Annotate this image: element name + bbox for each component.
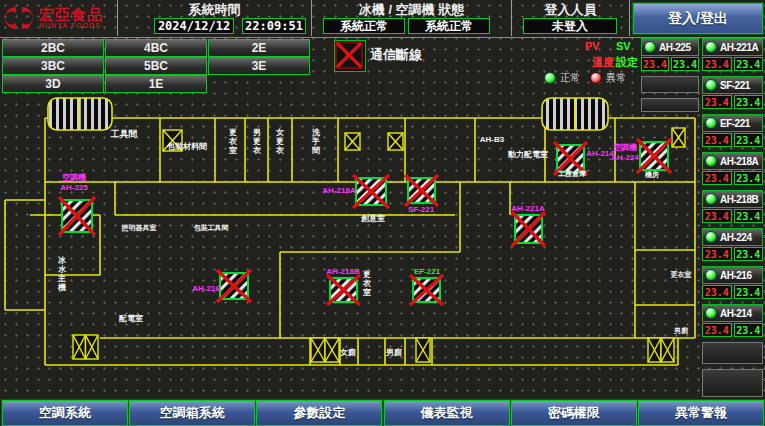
- plan-label: SF-221: [408, 205, 435, 214]
- logo-icon: [2, 3, 36, 33]
- nav-button-3[interactable]: 參數設定: [256, 400, 382, 426]
- status-led-icon: [705, 41, 717, 53]
- pv-value: 23.4: [702, 171, 732, 185]
- plan-label: 更衣室: [362, 270, 372, 297]
- plan-label: 空調機: [62, 172, 86, 182]
- floor-button-1e[interactable]: 1E: [105, 75, 207, 93]
- equipment-unit-AH-224: AH-22423.423.4: [702, 228, 763, 261]
- equipment-unit-AH-218B: AH-218B23.423.4: [702, 190, 763, 223]
- plan-label: 工具間: [111, 129, 138, 139]
- pv-value: 23.4: [702, 209, 732, 223]
- equipment-column-b: AH-221A23.423.4SF-22123.423.4EF-22123.42…: [702, 38, 763, 402]
- equipment-values: 23.423.4: [702, 209, 763, 223]
- nav-button-4[interactable]: 儀表監視: [384, 400, 510, 426]
- plan-label: EF-221: [414, 267, 441, 276]
- plan-label: AH-216: [192, 284, 220, 293]
- status-led-icon: [705, 307, 717, 319]
- ahu-unit-AH-225[interactable]: [59, 197, 95, 235]
- plan-label: AH-B3: [480, 135, 505, 144]
- equipment-button-AH-216[interactable]: AH-216: [702, 266, 763, 284]
- floor-button-2e[interactable]: 2E: [208, 39, 310, 57]
- system-time-section: 系統時間 2024/12/12 22:09:51: [117, 0, 312, 36]
- equipment-name: AH-225: [659, 42, 690, 53]
- equipment-name: AH-214: [720, 308, 751, 319]
- equipment-button-AH-224[interactable]: AH-224: [702, 228, 763, 246]
- login-title: 登入人員: [512, 1, 629, 19]
- sv-value: 23.4: [671, 57, 699, 71]
- floor-button-3d[interactable]: 3D: [2, 75, 104, 93]
- sv-value: 23.4: [734, 323, 764, 337]
- plan-label: 更衣室: [670, 270, 692, 279]
- plan-label: 男更衣: [252, 128, 262, 155]
- plan-label: 男廁: [385, 347, 402, 357]
- comm-lost-label: 通信斷線: [370, 46, 422, 64]
- ahu-status-display: 系統正常: [408, 18, 490, 34]
- floor-button-4bc[interactable]: 4BC: [105, 39, 207, 57]
- plan-label: 洗手間: [311, 128, 321, 155]
- equipment-button-SF-221[interactable]: SF-221: [702, 76, 763, 94]
- sv-value: 23.4: [734, 95, 764, 109]
- plan-label: 機房: [644, 170, 659, 179]
- company-logo: 宏亞食品 HUNYA FOODS: [2, 2, 114, 34]
- pv-value: 23.4: [702, 95, 732, 109]
- equipment-unit-SF-221: SF-22123.423.4: [702, 76, 763, 109]
- equipment-unit-EF-221: EF-22123.423.4: [702, 114, 763, 147]
- ahu-unit-AH-218A[interactable]: [353, 175, 389, 208]
- plan-label: 女更衣: [275, 128, 285, 155]
- empty-slot: [702, 342, 763, 364]
- empty-slot: [641, 76, 699, 93]
- login-logout-button[interactable]: 登入/登出: [633, 3, 763, 34]
- status-led-icon: [644, 41, 656, 53]
- equipment-button-AH-221A[interactable]: AH-221A: [702, 38, 763, 56]
- equipment-unit-AH-225: AH-22523.423.4: [641, 38, 699, 71]
- normal-led-icon: [544, 72, 556, 84]
- equipment-values: 23.423.4: [702, 95, 763, 109]
- pv-value: 23.4: [641, 57, 669, 71]
- floor-button-2bc[interactable]: 2BC: [2, 39, 104, 57]
- pv-row-label: 溫度: [592, 55, 614, 70]
- floor-button-3bc[interactable]: 3BC: [2, 57, 104, 75]
- floor-button-3e[interactable]: 3E: [208, 57, 310, 75]
- plan-label: 包裝材料間: [166, 142, 207, 151]
- equipment-button-AH-214[interactable]: AH-214: [702, 304, 763, 322]
- pv-value: 23.4: [702, 285, 732, 299]
- plan-label: AH-218B: [326, 267, 360, 276]
- ahu-unit-AH-224[interactable]: [637, 139, 671, 173]
- status-led-icon: [705, 79, 717, 91]
- plan-label: AH-224: [611, 153, 639, 162]
- ahu-unit-EF-221[interactable]: [410, 275, 443, 305]
- equipment-button-AH-225[interactable]: AH-225: [641, 38, 699, 56]
- login-status-display: 未登入: [523, 18, 617, 34]
- plan-label: 空調機: [613, 142, 637, 152]
- nav-button-2[interactable]: 空調箱系統: [129, 400, 255, 426]
- status-led-icon: [705, 193, 717, 205]
- normal-legend-label: 正常: [560, 71, 580, 85]
- sv-value: 23.4: [734, 247, 764, 261]
- status-led-icon: [705, 117, 717, 129]
- equipment-button-AH-218B[interactable]: AH-218B: [702, 190, 763, 208]
- nav-button-5[interactable]: 密碼權限: [511, 400, 637, 426]
- nav-button-1[interactable]: 空調系統: [2, 400, 128, 426]
- nav-button-6[interactable]: 異常警報: [638, 400, 764, 426]
- equipment-values: 23.423.4: [702, 247, 763, 261]
- abnormal-led-icon: [590, 72, 602, 84]
- equipment-button-AH-218A[interactable]: AH-218A: [702, 152, 763, 170]
- ahu-unit-AH-216[interactable]: [217, 270, 251, 302]
- plan-label: 創意室: [360, 213, 385, 223]
- pv-value: 23.4: [702, 247, 732, 261]
- equipment-name: AH-221A: [720, 42, 758, 53]
- sv-column-header: SV: [616, 40, 631, 52]
- floor-button-5bc[interactable]: 5BC: [105, 57, 207, 75]
- equipment-values: 23.423.4: [702, 171, 763, 185]
- sv-row-label: 設定: [616, 55, 638, 70]
- equipment-button-EF-221[interactable]: EF-221: [702, 114, 763, 132]
- equipment-values: 23.423.4: [641, 57, 699, 71]
- ahu-unit-AH-221A[interactable]: [512, 212, 545, 246]
- machine-status-section: 冰機 / 空調機 狀態 系統正常 系統正常: [311, 0, 512, 36]
- plan-label: AH-225: [60, 183, 88, 192]
- equipment-name: AH-218B: [720, 194, 758, 205]
- equipment-values: 23.423.4: [702, 323, 763, 337]
- ahu-unit-AH-218B[interactable]: [327, 275, 360, 305]
- ahu-unit-SF-221[interactable]: [405, 175, 438, 206]
- plan-label: 工務倉庫: [557, 170, 587, 178]
